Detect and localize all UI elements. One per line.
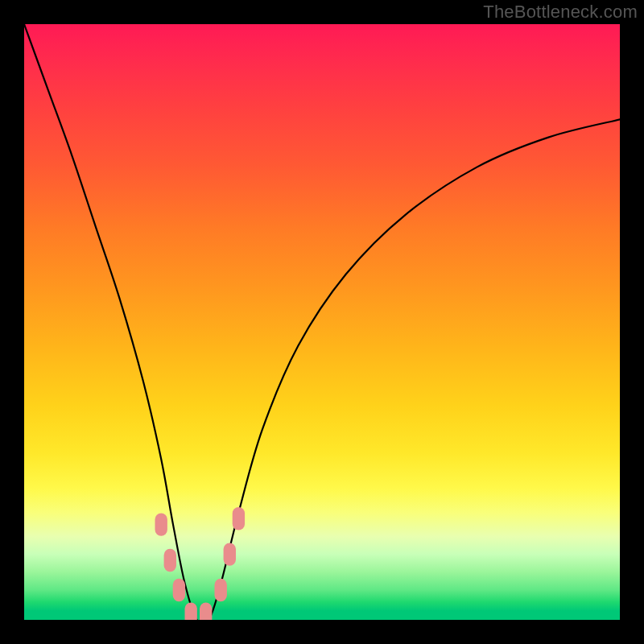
curve-marker [173, 579, 185, 601]
curve-marker [200, 602, 212, 620]
chart-frame: TheBottleneck.com [0, 0, 644, 644]
bottleneck-curve [24, 24, 620, 620]
curve-marker [155, 513, 167, 535]
plot-area [24, 24, 620, 620]
curve-marker [164, 549, 176, 572]
curve-marker [185, 602, 197, 620]
curve-markers [155, 507, 246, 620]
curve-svg [24, 24, 620, 620]
watermark-text: TheBottleneck.com [483, 2, 638, 23]
curve-marker [215, 579, 227, 601]
curve-marker [233, 507, 245, 530]
curve-marker [224, 543, 236, 565]
